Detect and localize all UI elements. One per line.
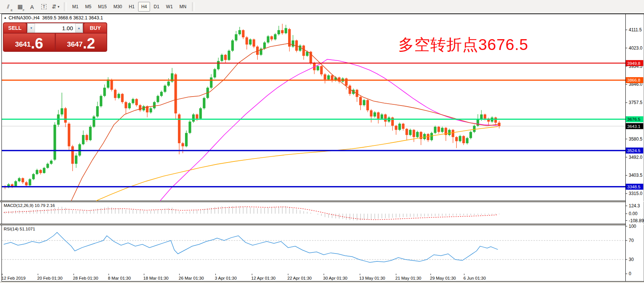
chevron-down-icon: ▼: [57, 5, 60, 9]
candle-up: [416, 132, 419, 137]
fibonacci-tool-icon[interactable]: ▦F: [15, 1, 25, 12]
candle-down: [370, 110, 373, 117]
candle-up: [469, 132, 472, 138]
candle-down: [484, 114, 486, 119]
candle-down: [345, 78, 348, 85]
sell-price-box[interactable]: 3641 .6: [4, 34, 55, 51]
candle-up: [128, 103, 131, 109]
candle-up: [75, 155, 77, 164]
axis-tick-label: 100: [629, 224, 636, 229]
candle-up: [107, 79, 109, 88]
volume-decrease-button[interactable]: ▼: [28, 23, 35, 32]
candle-up: [235, 34, 237, 41]
volume-input[interactable]: 1.00: [35, 23, 75, 32]
candle-up: [167, 82, 170, 86]
price-level-label-text: 3643.1: [627, 124, 640, 129]
timeframe-button-w1[interactable]: W1: [163, 2, 176, 12]
candle-up: [263, 43, 266, 49]
candle-down: [498, 123, 500, 126]
candle-up: [203, 98, 205, 109]
candle-down: [405, 129, 408, 135]
timeframe-button-h4[interactable]: H4: [138, 2, 150, 12]
candle-up: [373, 112, 376, 116]
candle-up: [43, 168, 45, 173]
buy-price-box[interactable]: 3647 .2: [56, 34, 107, 51]
candle-down: [139, 105, 141, 110]
chart-annotation-text: 多空转折点3676.5: [398, 34, 528, 55]
candle-up: [459, 136, 461, 141]
candle-up: [249, 40, 252, 45]
candle-up: [363, 100, 366, 105]
sell-price-main: 3641: [15, 39, 31, 50]
candle-up: [36, 170, 38, 174]
candle-down: [320, 66, 323, 74]
price-axis: 4111.54023.03934.53846.03757.53580.53492…: [625, 14, 644, 282]
candle-up: [448, 130, 451, 135]
candle-up: [50, 161, 52, 164]
macd-indicator-label: MACD(12,26,9) 10.79 2.16: [4, 203, 55, 208]
candle-up: [473, 126, 476, 132]
candle-down: [359, 97, 362, 105]
volume-increase-button[interactable]: ▲: [75, 23, 83, 32]
timeframe-button-h1[interactable]: H1: [126, 2, 137, 12]
timeframe-button-d1[interactable]: D1: [151, 2, 162, 12]
candle-up: [267, 36, 270, 43]
candle-down: [25, 182, 28, 185]
candle-down: [494, 117, 497, 123]
candle-up: [434, 127, 437, 133]
timeframe-button-m15[interactable]: M15: [95, 2, 109, 12]
candle-up: [192, 114, 195, 122]
candle-up: [18, 178, 20, 181]
trading-terminal-window: 4111.54023.03934.53846.03757.53580.53492…: [0, 0, 644, 283]
sell-button[interactable]: SELL: [4, 23, 26, 33]
candle-down: [324, 74, 326, 79]
arrows-tool-icon[interactable]: ⇵▼: [51, 1, 61, 12]
candle-down: [452, 130, 454, 137]
symbol-title: CHINA300-,H4: [9, 15, 39, 21]
price-level-label-text: 3949.8: [627, 61, 640, 66]
candle-down: [196, 114, 198, 119]
candle-down: [121, 94, 124, 102]
axis-tick-label: 3315.0: [629, 191, 643, 196]
timeframe-button-m5[interactable]: M5: [82, 2, 95, 12]
buy-button[interactable]: BUY: [84, 23, 106, 33]
candle-down: [68, 124, 70, 147]
rsi-indicator-label: RSI(14) 51.1071: [4, 227, 35, 231]
candle-up: [160, 92, 163, 96]
candle-up: [274, 34, 277, 40]
candle-up: [231, 40, 234, 51]
candle-up: [118, 94, 120, 98]
axis-tick-label: 30: [629, 257, 634, 262]
candle-up: [306, 52, 309, 56]
time-axis-label: 26 Mar 01:30: [179, 276, 204, 280]
candle-up: [132, 99, 134, 103]
text-label-tool-icon[interactable]: T: [39, 1, 49, 12]
candle-up: [476, 120, 479, 126]
timeframe-button-mn[interactable]: MN: [176, 2, 189, 12]
candle-up: [284, 28, 287, 33]
time-axis-label: 12 Feb 2019: [1, 276, 26, 280]
candle-down: [253, 40, 255, 47]
timeframe-button-m1[interactable]: M1: [69, 2, 82, 12]
equidistant-channel-tool-icon[interactable]: ⫽E: [3, 1, 13, 12]
time-axis-label: 20 Feb 01:30: [37, 276, 63, 280]
text-tool-icon[interactable]: A: [27, 1, 37, 12]
time-axis-label: 8 Mar 01:30: [108, 276, 131, 280]
candle-up: [82, 135, 85, 144]
timeframe-button-m30[interactable]: M30: [111, 2, 125, 12]
candle-up: [466, 138, 469, 143]
price-level-label-text: 3676.5: [627, 117, 640, 122]
candle-down: [242, 30, 245, 37]
candle-down: [182, 143, 184, 146]
candle-down: [135, 99, 138, 106]
candle-down: [224, 55, 227, 60]
candle-down: [86, 135, 88, 140]
candle-down: [427, 134, 429, 140]
candle-down: [402, 124, 405, 129]
candle-up: [89, 127, 92, 140]
time-axis-label: 21 May 01:30: [395, 276, 421, 280]
candle-down: [245, 37, 248, 44]
collapse-icon[interactable]: ▲: [4, 16, 7, 19]
axis-tick-label: 4023.0: [629, 45, 643, 51]
price-level-label-text: 3866.8: [627, 78, 640, 82]
